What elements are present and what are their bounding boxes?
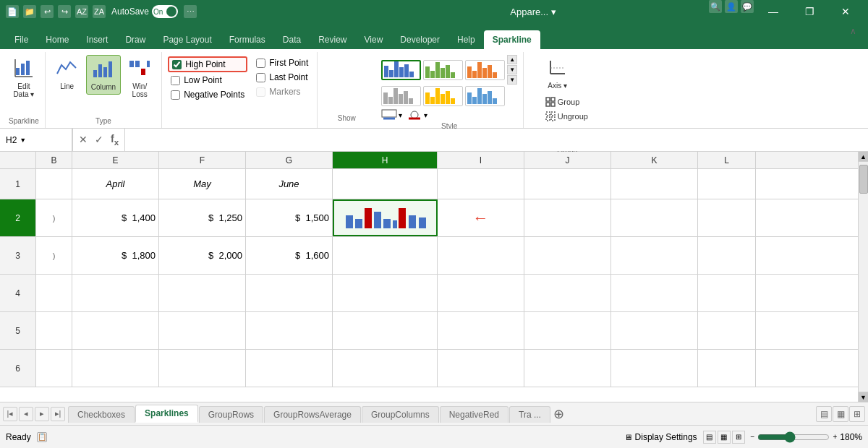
formula-input[interactable]: [125, 129, 868, 151]
zoom-out-button[interactable]: −: [751, 433, 755, 441]
collapse-ribbon-button[interactable]: ∧: [844, 23, 862, 39]
comments-icon[interactable]: 💬: [741, 0, 754, 13]
col-header-k[interactable]: K: [611, 152, 698, 168]
cell-l4[interactable]: [698, 275, 756, 311]
style-swatch-4[interactable]: [381, 86, 421, 106]
style-swatch-2[interactable]: [423, 60, 463, 80]
cell-g4[interactable]: [246, 275, 333, 311]
cell-e3[interactable]: $ 1,800: [72, 237, 159, 274]
cell-j6[interactable]: [524, 350, 611, 387]
normal-view-button[interactable]: ▤: [816, 406, 832, 422]
win-loss-type-button[interactable]: Win/Loss: [124, 55, 156, 101]
tab-file[interactable]: File: [6, 30, 37, 49]
confirm-formula-icon[interactable]: ✓: [92, 132, 106, 147]
scroll-track[interactable]: [859, 162, 868, 392]
line-type-button[interactable]: Line: [51, 55, 83, 93]
cell-k4[interactable]: [611, 275, 698, 311]
cell-b2[interactable]: ): [36, 199, 72, 236]
more-commands-icon[interactable]: ⋯: [184, 5, 197, 18]
group-button[interactable]: Group: [540, 95, 594, 108]
cell-j4[interactable]: [524, 275, 611, 311]
sheet-tab-checkboxes[interactable]: Checkboxes: [68, 406, 135, 423]
normal-view-status-btn[interactable]: ▤: [703, 431, 716, 444]
page-layout-status-btn[interactable]: ▦: [718, 431, 731, 444]
cell-h2-sparkline[interactable]: [333, 199, 438, 236]
cell-h5[interactable]: [333, 312, 438, 349]
redo-icon[interactable]: ↪: [58, 5, 71, 18]
cell-j2[interactable]: [524, 199, 611, 236]
markers-checkbox-item[interactable]: Markers: [253, 85, 311, 98]
style-scroll-mid[interactable]: ▼: [507, 65, 517, 74]
autosave-toggle[interactable]: AutoSave On: [111, 5, 178, 18]
col-header-i[interactable]: I: [438, 152, 524, 168]
cell-l3[interactable]: [698, 237, 756, 274]
tab-view[interactable]: View: [356, 30, 392, 49]
autosave-switch[interactable]: On: [152, 5, 178, 18]
last-point-checkbox-item[interactable]: Last Point: [253, 71, 311, 84]
folder-icon[interactable]: 📁: [23, 5, 36, 18]
marker-color-button[interactable]: ▾: [407, 109, 427, 121]
sheet-nav-first[interactable]: |◂: [3, 407, 17, 421]
tab-data[interactable]: Data: [274, 30, 310, 49]
low-point-checkbox[interactable]: [171, 76, 180, 85]
cell-i1[interactable]: [438, 169, 524, 199]
cell-l5[interactable]: [698, 312, 756, 349]
sheet-add-button[interactable]: ⊕: [550, 405, 568, 423]
close-button[interactable]: ✕: [829, 0, 862, 23]
tab-sparkline[interactable]: Sparkline: [484, 30, 540, 49]
col-header-h[interactable]: H: [333, 152, 438, 168]
sheet-tab-tra[interactable]: Tra ...: [509, 406, 550, 423]
cell-j5[interactable]: [524, 312, 611, 349]
zoom-slider[interactable]: [757, 431, 830, 443]
restore-button[interactable]: ❐: [793, 0, 826, 23]
cell-k1[interactable]: [611, 169, 698, 199]
cell-g6[interactable]: [246, 350, 333, 387]
cell-b5[interactable]: [36, 312, 72, 349]
tab-insert[interactable]: Insert: [77, 30, 116, 49]
col-header-f[interactable]: F: [159, 152, 246, 168]
tab-page-layout[interactable]: Page Layout: [154, 30, 220, 49]
col-header-e[interactable]: E: [72, 152, 159, 168]
cell-g1[interactable]: June: [246, 169, 333, 199]
page-break-view-button[interactable]: ⊞: [849, 406, 865, 422]
sparkline-color-button[interactable]: ▾: [381, 109, 402, 121]
cell-f2[interactable]: $ 1,250: [159, 199, 246, 236]
cell-k3[interactable]: [611, 237, 698, 274]
negative-points-checkbox[interactable]: [171, 90, 180, 100]
sheet-tab-grouprows[interactable]: GroupRows: [199, 406, 263, 423]
edit-data-button[interactable]: EditData ▾: [9, 55, 38, 101]
cell-g5[interactable]: [246, 312, 333, 349]
tab-formulas[interactable]: Formulas: [221, 30, 274, 49]
cell-j1[interactable]: [524, 169, 611, 199]
cell-f6[interactable]: [159, 350, 246, 387]
row-num-1[interactable]: 1: [0, 169, 36, 199]
cell-i4[interactable]: [438, 275, 524, 311]
style-scroll-up[interactable]: ▲: [507, 55, 517, 64]
negative-points-checkbox-item[interactable]: Negative Points: [168, 88, 247, 101]
cell-h3[interactable]: [333, 237, 438, 274]
axis-button[interactable]: Axis ▾: [540, 55, 576, 92]
scroll-up-button[interactable]: ▲: [859, 152, 868, 162]
undo-icon[interactable]: ↩: [41, 5, 54, 18]
sheet-nav-last[interactable]: ▸|: [51, 407, 65, 421]
sheet-nav-prev[interactable]: ◂: [19, 407, 33, 421]
az-sort-icon[interactable]: AZ: [75, 5, 88, 18]
vertical-scrollbar[interactable]: ▲ ▼: [858, 152, 868, 402]
search-icon[interactable]: 🔍: [709, 0, 722, 13]
tab-home[interactable]: Home: [37, 30, 77, 49]
cell-reference-box[interactable]: H2 ▼: [0, 129, 72, 151]
col-header-b[interactable]: B: [36, 152, 72, 168]
sheet-nav-next[interactable]: ▸: [35, 407, 49, 421]
display-settings-button[interactable]: 🖥 Display Settings: [624, 432, 697, 442]
tab-draw[interactable]: Draw: [116, 30, 154, 49]
col-header-l[interactable]: L: [698, 152, 756, 168]
tab-review[interactable]: Review: [310, 30, 355, 49]
style-swatch-5[interactable]: [423, 86, 463, 106]
share-icon[interactable]: 👤: [725, 0, 738, 13]
cell-h6[interactable]: [333, 350, 438, 387]
first-point-checkbox-item[interactable]: First Point: [253, 56, 311, 69]
cell-f5[interactable]: [159, 312, 246, 349]
cell-k6[interactable]: [611, 350, 698, 387]
zoom-in-button[interactable]: +: [833, 433, 837, 441]
column-type-button[interactable]: Column: [86, 55, 121, 95]
